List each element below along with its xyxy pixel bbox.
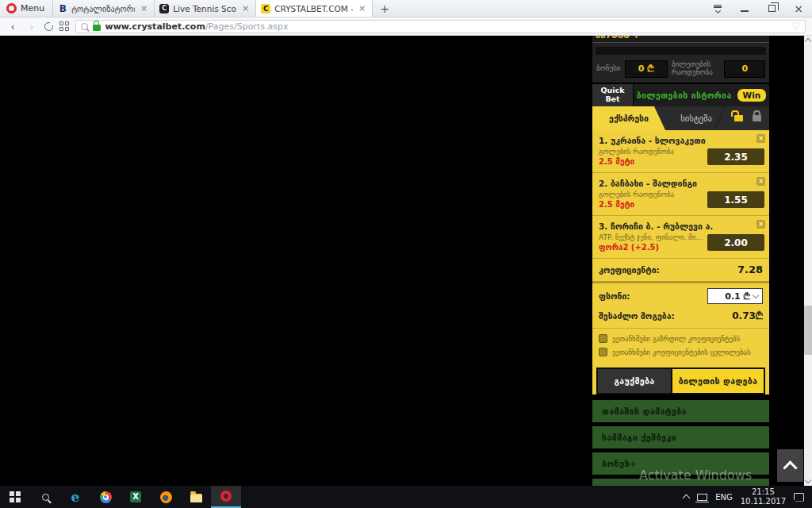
excel-icon: X [130, 491, 141, 502]
chevron-up-icon [783, 460, 797, 475]
place-bet-button[interactable]: ბილეთის დადება [671, 369, 764, 393]
bet-odds: 1.55 [707, 191, 764, 208]
bonus-value: 0 ₾ [625, 60, 668, 78]
tab-live-tennis[interactable]: C Live Tennis Scores - ATP Fi × [154, 0, 255, 17]
windows-logo-icon [10, 491, 21, 502]
folder-icon [190, 494, 202, 502]
tab-title: CRYSTALBET.COM - ონლ [274, 4, 353, 13]
scrollbar-down-icon[interactable] [805, 477, 811, 483]
betslip-actions: გაუქმება ბილეთის დადება [596, 368, 765, 394]
url-host: www.crystalbet.com [105, 21, 205, 32]
close-button[interactable]: × [785, 0, 812, 17]
minimize-icon [741, 10, 749, 12]
hidden-icons-chevron[interactable] [683, 495, 691, 502]
win-button[interactable]: Win [737, 89, 767, 102]
tab-crystalbet-active[interactable]: C CRYSTALBET.COM - ონლ × [255, 0, 373, 17]
coefficient-value: 7.28 [737, 264, 763, 275]
chevron-down-icon[interactable] [753, 291, 759, 298]
network-icon[interactable] [697, 494, 707, 501]
possible-win-value: 0.73₾ [732, 310, 763, 321]
clock[interactable]: 21:15 10.11.2017 [741, 487, 786, 507]
bet-odds: 2.00 [707, 234, 764, 251]
url-path: /Pages/Sports.aspx [205, 21, 289, 32]
speed-dial-icon[interactable] [59, 21, 69, 31]
taskbar-opera-active[interactable] [211, 486, 241, 508]
chrome-icon [100, 491, 112, 503]
search-icon [42, 494, 49, 501]
tab-express[interactable]: ექსპრესი [592, 106, 665, 130]
secure-lock-icon[interactable] [93, 25, 101, 31]
taskbar-firefox[interactable] [151, 486, 181, 508]
tab-menu-button[interactable] [704, 0, 731, 17]
browser-toolbar: ‹ › www.crystalbet.com/Pages/Sports.aspx… [0, 17, 812, 36]
start-button[interactable] [0, 486, 30, 508]
remove-bet-icon[interactable]: × [756, 134, 765, 143]
ticket-history-label: ბილეთების ისტორია [637, 90, 732, 100]
scroll-to-top-button[interactable] [777, 449, 803, 482]
tab-menu-icon [714, 5, 722, 13]
menu-label: Menu [21, 3, 44, 13]
stake-input[interactable]: 0.1 ₾ [707, 288, 763, 304]
quick-bet-button[interactable]: Quick Bet [592, 84, 634, 106]
address-bar[interactable]: www.crystalbet.com/Pages/Sports.aspx ♡ [75, 20, 806, 33]
taskbar-edge[interactable]: e [60, 486, 90, 508]
minimize-button[interactable] [731, 0, 758, 17]
tab-totalizator[interactable]: B ტოტალიზატორი -> თა × [52, 0, 154, 17]
checkbox-label: ვეთანხმები კოეფიციენტების ცვლილებას [612, 348, 751, 356]
unlock-icon[interactable] [734, 115, 743, 121]
remove-bet-icon[interactable]: × [756, 220, 765, 229]
taskbar-excel[interactable]: X [121, 486, 151, 508]
checkbox-increased-odds[interactable] [599, 334, 607, 343]
taskbar-chrome[interactable] [90, 486, 121, 508]
back-button[interactable]: ‹ [6, 21, 19, 33]
possible-win-row: შესაძლო მოგება: 0.73₾ [592, 307, 769, 328]
scrollbar-thumb[interactable] [804, 306, 812, 355]
forward-button[interactable]: › [25, 21, 38, 33]
tab-close-icon[interactable]: × [240, 3, 251, 13]
clipped-top-text: ბი7000 + [592, 36, 769, 42]
tickets-count: 0 [724, 60, 765, 78]
opera-menu-button[interactable]: Menu [0, 0, 52, 17]
cashout-button[interactable]: ქეშაუთი [592, 479, 769, 486]
checkbox-odds-changes[interactable] [599, 348, 607, 356]
possible-win-label: შესაძლო მოგება: [599, 311, 675, 321]
stake-value: 0.1 ₾ [725, 291, 750, 302]
page-content: ბი7000 + ბონუსი 0 ₾ ბილეთების რაოდენობა … [0, 36, 804, 486]
action-center-icon[interactable] [794, 493, 804, 502]
agree-increased-row: ვეთანხმები გაზრდილ კოეფიციენტებს [599, 334, 763, 343]
betslip-tabs: ექსპრესი სისტემა [592, 106, 769, 130]
restore-button[interactable] [758, 0, 785, 17]
reload-icon[interactable] [44, 22, 53, 31]
triple-cashback-button[interactable]: სამმაგი ქეშბეკი [592, 426, 769, 448]
new-tab-button[interactable]: + [373, 0, 396, 17]
bonus-plus-button[interactable]: ბონუს+ [592, 452, 769, 475]
opera-window: Menu B ტოტალიზატორი -> თა × C Live Tenni… [0, 0, 812, 508]
bonus-label: ბონუსი [596, 65, 621, 73]
vertical-scrollbar[interactable] [804, 36, 812, 486]
taskbar-explorer[interactable] [181, 486, 211, 508]
cancel-button[interactable]: გაუქმება [598, 369, 671, 393]
scrollbar-up-icon[interactable] [805, 38, 811, 44]
tab-close-icon[interactable]: × [139, 3, 149, 13]
crystalbet-favicon: C [261, 4, 270, 13]
tab-close-icon[interactable]: × [357, 3, 367, 13]
windows-taskbar: e X ENG 21:15 10.11.2017 [0, 486, 812, 508]
add-game-button[interactable]: თამაშის დამატება [592, 400, 769, 422]
coefficient-row: კოეფიციენტი: 7.28 [592, 259, 769, 281]
opera-icon [220, 491, 232, 502]
bet-odds: 2.35 [707, 148, 764, 165]
close-icon: × [794, 2, 803, 15]
taskbar-search[interactable] [30, 486, 60, 508]
ticket-history-button[interactable]: ბილეთების ისტორია Win [634, 84, 769, 106]
bet-item-1: 1. უკრაინა - სლოვაკეთი გოლების რაოდენობა… [592, 130, 769, 173]
date: 10.11.2017 [741, 497, 786, 506]
balance-bar [596, 47, 766, 55]
language-indicator[interactable]: ENG [715, 493, 733, 502]
bookmark-heart-icon[interactable]: ♡ [791, 21, 800, 32]
tab-system[interactable]: სისტემა [665, 106, 727, 130]
lock-icon[interactable] [753, 115, 761, 121]
stake-label: ფსონი: [599, 291, 630, 301]
tab-title: Live Tennis Scores - ATP Fi [173, 4, 236, 13]
bet-match: 2. ბაჩბახი - შალდინგი [599, 179, 763, 188]
remove-bet-icon[interactable]: × [756, 177, 765, 186]
